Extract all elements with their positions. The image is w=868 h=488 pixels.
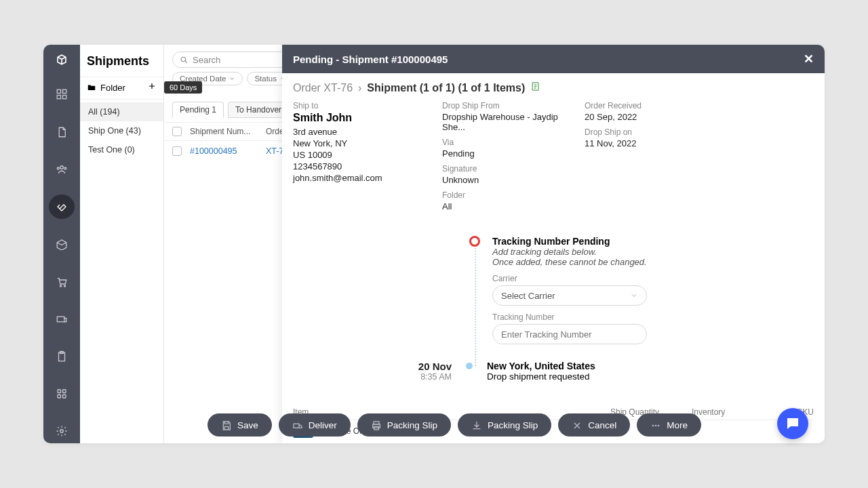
search-input[interactable]: Search (172, 52, 294, 68)
svg-point-8 (64, 285, 65, 286)
action-bar: Save Deliver Packing Slip Packing Slip C… (165, 413, 743, 436)
svg-rect-15 (63, 395, 66, 399)
ship-to-name: Smith John (293, 112, 422, 124)
nav-shipments-icon[interactable] (49, 195, 75, 218)
chat-widget-button[interactable] (777, 408, 808, 439)
timeline-event-loc: New York, United States (487, 361, 595, 371)
select-all-checkbox[interactable] (172, 127, 182, 136)
chevron-right-icon: › (358, 82, 361, 94)
app-logo (52, 50, 72, 69)
carrier-select[interactable]: Select Carrier (492, 285, 647, 306)
shipment-link[interactable]: #100000495 (190, 146, 258, 156)
folder-item-all[interactable]: All (194) (80, 102, 163, 121)
nav-documents-icon[interactable] (49, 120, 75, 144)
close-icon[interactable]: ✕ (804, 53, 814, 65)
svg-point-16 (60, 430, 64, 433)
svg-rect-3 (63, 96, 66, 99)
nav-inventory-icon[interactable] (49, 232, 75, 256)
nav-rail (43, 45, 80, 443)
crumb-shipment: Shipment (1 of 1) (1 of 1 Items) (367, 82, 525, 94)
download-packing-slip-button[interactable]: Packing Slip (458, 413, 551, 436)
dates-block: Order Received 20 Sep, 2022 Drop Ship on… (585, 101, 642, 217)
col-shipment: Shipment Num... (190, 127, 258, 136)
svg-point-6 (64, 167, 66, 169)
app-window: Shipments Folder All (194) Ship One (43)… (43, 45, 825, 443)
folder-header-label: Folder (87, 83, 125, 93)
svg-point-5 (57, 167, 59, 169)
shipment-detail-panel: Pending - Shipment #100000495 ✕ Order XT… (282, 45, 825, 443)
dropship-block: Drop Ship From Dropship Warehouse - Jayd… (442, 101, 564, 217)
nav-settings-icon[interactable] (49, 420, 75, 443)
search-placeholder: Search (193, 55, 220, 65)
svg-point-7 (60, 285, 61, 286)
timeline-dot-event-icon (466, 363, 473, 369)
folder-list: All (194) Ship One (43) Test One (0) (80, 100, 163, 162)
tracking-pending-title: Tracking Number Pending (492, 236, 647, 247)
svg-rect-0 (57, 90, 60, 94)
folder-header: Folder (80, 77, 163, 100)
svg-rect-13 (63, 390, 66, 393)
ship-to-block: Ship to Smith John 3rd avenue New York, … (293, 101, 422, 217)
deliver-button[interactable]: Deliver (279, 413, 351, 436)
row-checkbox[interactable] (172, 146, 182, 156)
svg-point-4 (60, 166, 64, 169)
folder-item-ship-one[interactable]: Ship One (43) (80, 121, 163, 140)
timeline-timestamp: 20 Nov 8:35 AM (391, 361, 452, 382)
breadcrumb: Order XT-76 › Shipment (1 of 1) (1 of 1 … (293, 81, 814, 94)
svg-point-17 (181, 57, 186, 62)
svg-rect-19 (294, 424, 299, 428)
svg-rect-1 (63, 90, 66, 94)
add-folder-button[interactable] (147, 81, 157, 94)
svg-point-23 (652, 425, 654, 427)
timeline-event-desc: Drop shipment requested (487, 371, 595, 382)
panel-title: Pending - Shipment #100000495 (293, 54, 448, 65)
tracking-number-input[interactable] (492, 324, 647, 344)
date-range-badge: 60 Days (164, 81, 202, 94)
more-button[interactable]: More (637, 413, 701, 436)
folder-item-test-one[interactable]: Test One (0) (80, 140, 163, 159)
print-packing-slip-button[interactable]: Packing Slip (357, 413, 451, 436)
nav-apps-icon[interactable] (49, 382, 75, 406)
save-button[interactable]: Save (208, 413, 272, 436)
nav-customers-icon[interactable] (49, 157, 75, 181)
nav-cart-icon[interactable] (49, 270, 75, 293)
cancel-button[interactable]: Cancel (558, 413, 630, 436)
crumb-order[interactable]: Order XT-76 (293, 82, 353, 94)
folders-sidebar: Shipments Folder All (194) Ship One (43)… (80, 45, 164, 443)
nav-returns-icon[interactable] (49, 307, 75, 331)
svg-rect-12 (58, 390, 61, 393)
svg-point-25 (658, 425, 660, 427)
note-icon[interactable] (530, 81, 540, 94)
nav-clipboard-icon[interactable] (49, 344, 75, 368)
svg-rect-14 (58, 395, 61, 399)
svg-rect-9 (57, 317, 64, 322)
tab-pending[interactable]: Pending 1 (172, 102, 224, 118)
panel-header: Pending - Shipment #100000495 ✕ (282, 45, 825, 73)
timeline-dot-pending-icon (469, 236, 480, 247)
svg-rect-2 (57, 96, 60, 99)
tracking-timeline: Tracking Number Pending Add tracking det… (469, 236, 814, 382)
page-title: Shipments (80, 45, 163, 77)
nav-dashboard-icon[interactable] (49, 83, 75, 106)
svg-point-24 (655, 425, 657, 427)
